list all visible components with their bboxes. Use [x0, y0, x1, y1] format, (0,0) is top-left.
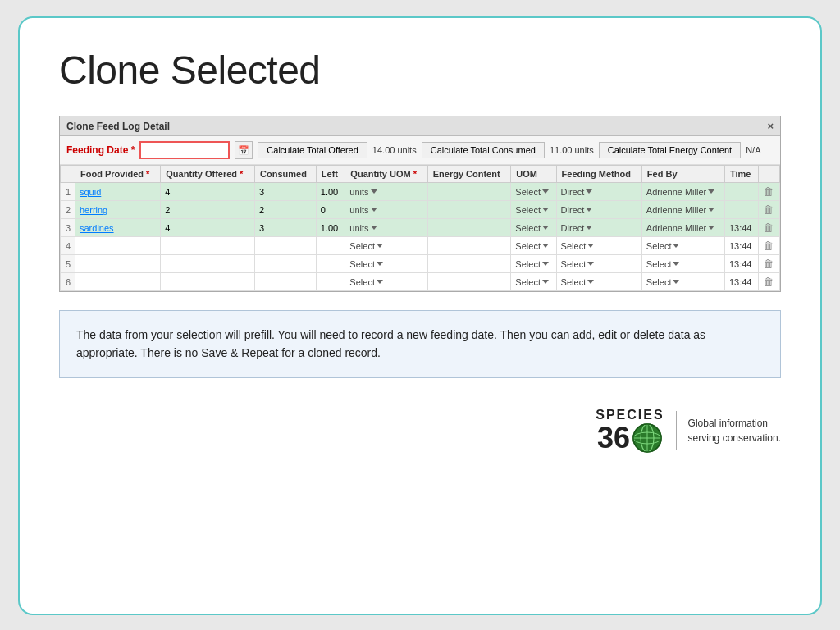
qty-uom-cell[interactable]: Select	[345, 255, 427, 273]
feeding-method-arrow[interactable]	[587, 244, 594, 248]
fed-by-cell[interactable]: Select	[641, 255, 724, 273]
delete-button[interactable]: 🗑	[763, 185, 774, 198]
fed-by-dropdown[interactable]: Adrienne Miller	[646, 223, 714, 233]
feeding-method-dropdown[interactable]: Select	[561, 241, 595, 251]
delete-button[interactable]: 🗑	[763, 258, 774, 270]
uom-cell[interactable]: Select	[511, 183, 556, 201]
delete-cell[interactable]: 🗑	[759, 255, 780, 273]
qty-uom-dropdown[interactable]: Select	[349, 277, 383, 287]
fed-by-arrow[interactable]	[673, 244, 679, 248]
delete-cell[interactable]: 🗑	[759, 219, 780, 237]
food-link[interactable]: sardines	[80, 223, 114, 233]
food-link[interactable]: herring	[80, 205, 107, 215]
page-title: Clone Selected	[59, 48, 781, 93]
feeding-method-dropdown[interactable]: Direct	[561, 187, 593, 197]
close-button[interactable]: ×	[767, 120, 774, 132]
delete-button[interactable]: 🗑	[763, 203, 774, 216]
food-provided-cell[interactable]: herring	[75, 201, 161, 219]
feeding-method-cell[interactable]: Select	[556, 273, 641, 291]
fed-by-cell[interactable]: Adrienne Miller	[641, 183, 724, 201]
uom-dropdown[interactable]: Select	[515, 241, 549, 251]
fed-by-dropdown[interactable]: Select	[646, 241, 680, 251]
fed-by-cell[interactable]: Select	[641, 273, 724, 291]
fed-by-cell[interactable]: Adrienne Miller	[641, 219, 724, 237]
food-provided-cell	[75, 273, 161, 291]
qty-uom-dropdown[interactable]: units	[349, 187, 377, 197]
fed-by-dropdown[interactable]: Adrienne Miller	[646, 187, 714, 197]
qty-uom-cell[interactable]: units	[345, 183, 427, 201]
uom-cell[interactable]: Select	[511, 237, 556, 255]
uom-dropdown[interactable]: Select	[515, 223, 549, 233]
uom-arrow[interactable]	[542, 280, 549, 284]
calendar-button[interactable]: 📅	[235, 141, 253, 159]
calc-total-consumed-button[interactable]: Calculate Total Consumed	[422, 142, 545, 158]
qty-uom-arrow[interactable]	[377, 280, 383, 284]
fed-by-dropdown[interactable]: Select	[646, 277, 680, 287]
uom-arrow[interactable]	[542, 208, 549, 212]
uom-arrow[interactable]	[542, 226, 549, 230]
left-cell: 0	[316, 201, 345, 219]
delete-cell[interactable]: 🗑	[759, 201, 780, 219]
fed-by-arrow[interactable]	[673, 280, 679, 284]
delete-button[interactable]: 🗑	[763, 240, 774, 252]
fed-by-dropdown[interactable]: Adrienne Miller	[646, 205, 714, 215]
feeding-method-cell[interactable]: Direct	[556, 183, 641, 201]
fed-by-arrow[interactable]	[673, 262, 679, 266]
feeding-date-input[interactable]	[139, 141, 230, 159]
fed-by-arrow[interactable]	[708, 226, 714, 230]
qty-uom-arrow[interactable]	[371, 189, 377, 194]
uom-dropdown[interactable]: Select	[515, 259, 549, 269]
feeding-method-dropdown[interactable]: Direct	[561, 205, 593, 215]
calc-total-offered-button[interactable]: Calculate Total Offered	[258, 142, 368, 158]
qty-uom-dropdown[interactable]: units	[349, 223, 377, 233]
uom-cell[interactable]: Select	[511, 201, 556, 219]
uom-arrow[interactable]	[542, 189, 549, 194]
delete-button[interactable]: 🗑	[763, 221, 774, 234]
feeding-method-arrow[interactable]	[587, 280, 594, 284]
qty-uom-cell[interactable]: units	[345, 201, 427, 219]
qty-uom-dropdown[interactable]: Select	[349, 241, 383, 251]
food-provided-cell[interactable]: squid	[75, 183, 161, 201]
delete-cell[interactable]: 🗑	[759, 237, 780, 255]
uom-cell[interactable]: Select	[511, 255, 556, 273]
feeding-method-cell[interactable]: Select	[556, 237, 641, 255]
feeding-method-arrow[interactable]	[587, 262, 594, 266]
feeding-method-dropdown[interactable]: Select	[561, 259, 595, 269]
feeding-method-dropdown[interactable]: Select	[561, 277, 595, 287]
feeding-method-dropdown[interactable]: Direct	[561, 223, 593, 233]
fed-by-arrow[interactable]	[708, 189, 714, 194]
delete-cell[interactable]: 🗑	[759, 273, 780, 291]
qty-uom-cell[interactable]: Select	[345, 273, 427, 291]
qty-uom-dropdown[interactable]: Select	[349, 259, 383, 269]
uom-arrow[interactable]	[542, 244, 549, 248]
feeding-method-cell[interactable]: Select	[556, 255, 641, 273]
fed-by-dropdown[interactable]: Select	[646, 259, 680, 269]
delete-cell[interactable]: 🗑	[759, 183, 780, 201]
qty-uom-arrow[interactable]	[377, 262, 383, 266]
qty-uom-arrow[interactable]	[371, 208, 377, 212]
fed-by-arrow[interactable]	[708, 208, 714, 212]
time-cell: 13:44	[724, 219, 758, 237]
delete-button[interactable]: 🗑	[763, 276, 774, 288]
fed-by-cell[interactable]: Select	[641, 237, 724, 255]
feeding-method-arrow[interactable]	[586, 189, 592, 194]
qty-uom-dropdown[interactable]: units	[349, 205, 377, 215]
feeding-method-cell[interactable]: Direct	[556, 219, 641, 237]
qty-uom-arrow[interactable]	[371, 226, 377, 230]
feeding-method-cell[interactable]: Direct	[556, 201, 641, 219]
qty-uom-cell[interactable]: units	[345, 219, 427, 237]
uom-dropdown[interactable]: Select	[515, 205, 549, 215]
feeding-method-arrow[interactable]	[586, 226, 592, 230]
food-link[interactable]: squid	[80, 187, 101, 197]
uom-cell[interactable]: Select	[511, 219, 556, 237]
uom-cell[interactable]: Select	[511, 273, 556, 291]
calc-total-energy-button[interactable]: Calculate Total Energy Content	[599, 142, 741, 158]
fed-by-cell[interactable]: Adrienne Miller	[641, 201, 724, 219]
feeding-method-arrow[interactable]	[586, 208, 592, 212]
qty-uom-arrow[interactable]	[377, 244, 383, 248]
qty-uom-cell[interactable]: Select	[345, 237, 427, 255]
uom-dropdown[interactable]: Select	[515, 187, 549, 197]
food-provided-cell[interactable]: sardines	[75, 219, 161, 237]
uom-arrow[interactable]	[542, 262, 549, 266]
uom-dropdown[interactable]: Select	[515, 277, 549, 287]
